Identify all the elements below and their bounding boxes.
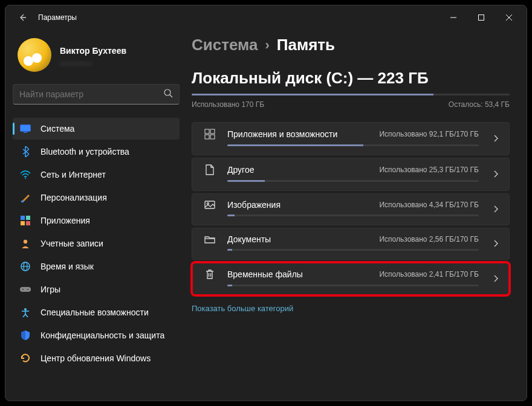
search-icon <box>163 88 173 100</box>
shield-icon <box>20 330 31 341</box>
apps-icon <box>20 215 31 226</box>
search-box[interactable] <box>13 84 180 105</box>
sidebar-item-display[interactable]: Система <box>13 118 180 140</box>
card-usage: Использовано 92,1 ГБ/170 ГБ <box>379 130 479 138</box>
window-title: Параметры <box>38 13 77 22</box>
breadcrumb: Система › Память <box>192 36 510 54</box>
card-label: Другое <box>227 165 379 175</box>
card-usage: Использовано 25,3 ГБ/170 ГБ <box>379 166 479 174</box>
nav-label: Центр обновления Windows <box>41 353 151 363</box>
svg-rect-20 <box>210 135 215 139</box>
storage-card-appsgrid[interactable]: Приложения и возможностиИспользовано 92,… <box>192 122 510 155</box>
update-icon <box>20 353 31 364</box>
card-label: Изображения <box>227 200 379 210</box>
svg-rect-19 <box>205 135 209 139</box>
card-label: Временные файлы <box>227 269 379 279</box>
disk-usage-bar <box>192 94 510 95</box>
storage-card-file[interactable]: ДругоеИспользовано 25,3 ГБ/170 ГБ <box>192 158 510 191</box>
nav-label: Bluetooth и устройства <box>41 147 129 156</box>
settings-window: Параметры Виктор Бухтеев ________ Сист <box>5 5 527 401</box>
folder-icon <box>203 235 216 243</box>
nav-label: Время и язык <box>41 262 94 271</box>
svg-rect-7 <box>26 216 30 220</box>
sidebar-item-shield[interactable]: Конфиденциальность и защита <box>13 324 180 346</box>
storage-card-trash[interactable]: Временные файлыИспользовано 2,41 ГБ/170 … <box>192 262 510 295</box>
disk-title: Локальный диск (C:) — 223 ГБ <box>192 69 510 88</box>
person-icon <box>20 238 31 249</box>
nav-label: Специальные возможности <box>41 308 149 317</box>
profile-block[interactable]: Виктор Бухтеев ________ <box>13 34 180 80</box>
chevron-right-icon <box>493 239 498 250</box>
show-more-link[interactable]: Показать больше категорий <box>192 304 510 313</box>
svg-rect-9 <box>26 221 30 225</box>
minimize-button[interactable] <box>440 5 467 30</box>
svg-rect-18 <box>210 129 215 134</box>
sidebar-item-accessibility[interactable]: Специальные возможности <box>13 301 180 323</box>
back-button[interactable] <box>14 9 31 26</box>
bluetooth-icon <box>20 146 31 157</box>
nav-label: Конфиденциальность и защита <box>41 330 164 340</box>
card-bar-fill <box>227 214 235 216</box>
card-bar <box>227 214 479 216</box>
window-controls <box>440 5 523 30</box>
nav-label: Приложения <box>41 216 90 225</box>
nav-label: Сеть и Интернет <box>41 170 106 179</box>
storage-categories: Приложения и возможностиИспользовано 92,… <box>192 122 510 295</box>
svg-point-15 <box>27 289 28 290</box>
content: Виктор Бухтеев ________ СистемаBluetooth… <box>5 30 527 401</box>
card-usage: Использовано 2,41 ГБ/170 ГБ <box>379 270 479 279</box>
close-button[interactable] <box>495 5 523 30</box>
image-icon <box>203 201 216 209</box>
sidebar-item-brush[interactable]: Персонализация <box>13 187 180 208</box>
card-bar-fill <box>227 180 265 182</box>
sidebar-nav: СистемаBluetooth и устройстваСеть и Инте… <box>13 118 180 369</box>
gamepad-icon <box>20 284 31 295</box>
brush-icon <box>20 192 31 203</box>
display-icon <box>20 123 31 134</box>
nav-label: Игры <box>41 285 60 294</box>
card-bar-fill <box>227 285 232 286</box>
search-input[interactable] <box>19 89 163 99</box>
storage-card-folder[interactable]: ДокументыИспользовано 2,56 ГБ/170 ГБ <box>192 228 510 260</box>
profile-name: Виктор Бухтеев <box>60 46 126 56</box>
svg-point-16 <box>24 308 27 311</box>
svg-rect-5 <box>21 201 24 202</box>
card-bar <box>227 144 479 146</box>
disk-meta: Использовано 170 ГБ Осталось: 53,4 ГБ <box>192 100 510 109</box>
svg-point-4 <box>25 178 26 179</box>
nav-label: Персонализация <box>41 193 107 202</box>
svg-rect-6 <box>21 216 25 220</box>
sidebar-item-bluetooth[interactable]: Bluetooth и устройства <box>13 141 180 163</box>
sidebar-item-gamepad[interactable]: Игры <box>13 279 180 300</box>
chevron-right-icon <box>493 204 498 215</box>
chevron-right-icon: › <box>265 37 269 53</box>
svg-point-22 <box>207 203 209 205</box>
card-usage: Использовано 2,56 ГБ/170 ГБ <box>379 235 479 243</box>
card-bar-fill <box>227 144 363 146</box>
sidebar: Виктор Бухтеев ________ СистемаBluetooth… <box>5 30 187 401</box>
maximize-button[interactable] <box>467 5 495 30</box>
sidebar-item-person[interactable]: Учетные записи <box>13 233 180 254</box>
sidebar-item-apps[interactable]: Приложения <box>13 210 180 231</box>
card-usage: Использовано 4,34 ГБ/170 ГБ <box>379 201 479 209</box>
titlebar: Параметры <box>5 5 527 30</box>
card-bar <box>227 285 479 286</box>
profile-sub: ________ <box>60 56 126 64</box>
disk-used-label: Использовано 170 ГБ <box>192 100 264 109</box>
sidebar-item-update[interactable]: Центр обновления Windows <box>13 347 180 369</box>
storage-card-image[interactable]: ИзображенияИспользовано 4,34 ГБ/170 ГБ <box>192 193 510 225</box>
nav-label: Учетные записи <box>41 239 103 248</box>
breadcrumb-parent[interactable]: Система <box>192 36 258 54</box>
disk-usage-bar-fill <box>192 94 433 95</box>
sidebar-item-wifi[interactable]: Сеть и Интернет <box>13 164 180 185</box>
svg-rect-13 <box>20 287 31 292</box>
card-bar <box>227 180 479 182</box>
file-icon <box>203 164 216 175</box>
avatar <box>18 38 51 72</box>
svg-rect-2 <box>21 125 31 132</box>
globe-icon <box>20 261 31 272</box>
svg-rect-8 <box>21 221 25 225</box>
sidebar-item-globe[interactable]: Время и язык <box>13 256 180 277</box>
card-label: Документы <box>227 234 379 244</box>
accessibility-icon <box>20 307 31 318</box>
